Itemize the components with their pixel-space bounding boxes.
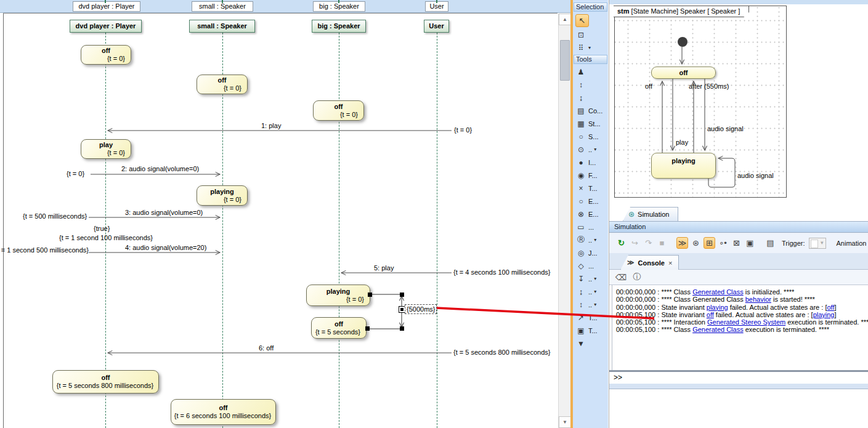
palette-item-note[interactable]: ▭... [573, 220, 608, 233]
palette-item-decision[interactable]: ◇... [573, 259, 608, 272]
lifeline-head-big-speaker[interactable]: big : Speaker [312, 20, 366, 33]
palette-item-grid[interactable]: ⠿▾ [573, 41, 608, 54]
console-link[interactable]: Generated Class [692, 288, 744, 296]
trigger-server-button[interactable]: ▤ [765, 237, 776, 249]
palette-item-folder[interactable]: ▤Co... [573, 104, 608, 117]
sequence-diagram-canvas[interactable] [0, 13, 558, 428]
palette-item-ref[interactable]: Ⓡ..▾ [573, 233, 608, 246]
lifeline-head-user[interactable]: User [424, 20, 449, 33]
scroll-up-button[interactable]: ▲ [559, 14, 571, 25]
palette-item-time[interactable]: ▣T... [573, 324, 608, 337]
tab-console[interactable]: ≫ Console × [620, 255, 679, 270]
stm-initial-state[interactable] [678, 37, 688, 47]
message-label-3[interactable]: 3: audio signal(volume=0) [125, 209, 203, 216]
close-icon[interactable]: × [668, 259, 672, 267]
palette-item-oval-arrow[interactable]: ⊙..▾ [573, 143, 608, 156]
palette-item-vcollapse[interactable]: ↨ [573, 91, 608, 104]
stm-state-playing[interactable]: playing [651, 153, 716, 179]
console-link[interactable]: Generated Class [692, 326, 744, 333]
chevron-down-icon[interactable]: ▾ [588, 45, 591, 50]
lifeline-header-tab-dvd-player[interactable]: dvd player : Player [73, 1, 140, 12]
time-constraint-5[interactable]: {t = 4 seconds 100 milliseconds} [453, 269, 550, 276]
state-invariant-off-dvd-1[interactable]: off {t = 0} [81, 45, 131, 65]
time-constraint-2[interactable]: {t = 0} [67, 170, 84, 177]
console-link[interactable]: behavior [745, 296, 771, 303]
state-invariant-off-big-1[interactable]: off {t = 0} [313, 100, 364, 121]
palette-item-exit[interactable]: ⊗E... [573, 208, 608, 220]
palette-item-initial[interactable]: ●I... [573, 156, 608, 169]
active-states-button[interactable]: ⊞ [704, 237, 715, 249]
tab-simulation[interactable]: ⊛ Simulation [623, 207, 678, 221]
state-invariant-off-dvd-2[interactable]: off {t = 5 seconds 800 milliseconds} [52, 370, 159, 394]
selection-handle[interactable] [400, 293, 404, 297]
selection-handle[interactable] [368, 293, 372, 297]
palette-item-bar-down[interactable]: ↧..▾ [573, 272, 608, 285]
stm-transition-label-audio-signal-2[interactable]: audio signal [737, 172, 774, 179]
canvas-vertical-scrollbar[interactable]: ▲ ▼ [558, 14, 570, 428]
stm-transition-label-audio-signal-1[interactable]: audio signal [707, 125, 744, 132]
terminate-button[interactable]: ■ [656, 237, 668, 249]
console-link[interactable]: playing [707, 304, 728, 311]
lifeline-big-speaker[interactable] [339, 33, 339, 428]
palette-item-join[interactable]: ◎J... [573, 246, 608, 259]
lifeline-user[interactable] [437, 33, 437, 428]
palette-item-duration2[interactable]: ↕..▾ [573, 298, 608, 311]
state-invariant-playing-big-selected[interactable]: playing {t = 0} [306, 285, 370, 306]
state-invariant-off-big-2[interactable]: off {t = 5 seconds} [311, 317, 367, 339]
options-button[interactable]: ⊛ [690, 237, 702, 249]
state-invariant-playing-small[interactable]: playing {t = 0} [197, 185, 248, 206]
lock-button[interactable]: ⊠ [731, 237, 742, 249]
console-link[interactable]: playing [813, 311, 835, 318]
stm-transition-label-off[interactable]: off [645, 83, 652, 90]
palette-item-stereo[interactable]: ▦St... [573, 117, 608, 130]
state-invariant-off-small-1[interactable]: off {t = 0} [197, 75, 248, 94]
palette-item-vspace[interactable]: ↕ [573, 78, 608, 91]
step-into-button[interactable]: ↪ [629, 237, 641, 249]
palette-item-arrow[interactable]: ↗T... [573, 311, 608, 324]
duration-constraint-label[interactable]: {5000ms} [405, 304, 437, 314]
time-constraint-6[interactable]: {t = 5 seconds 800 milliseconds} [453, 349, 550, 356]
message-label-5[interactable]: 5: play [374, 264, 394, 272]
lifeline-head-dvd-player[interactable]: dvd player : Player [70, 20, 142, 33]
console-link[interactable]: Generated Stereo System [707, 318, 785, 326]
chevron-down-icon[interactable]: ▾ [594, 289, 596, 294]
scrollbar-thumb[interactable] [560, 40, 570, 81]
stm-state-off[interactable]: off [651, 67, 716, 79]
selection-handle[interactable] [400, 326, 404, 331]
palette-item-stamp[interactable]: ♟ [573, 65, 608, 78]
palette-item-marquee[interactable]: ⊡ [573, 28, 608, 41]
palette-item-terminate[interactable]: ×T... [573, 182, 608, 195]
chevron-down-icon[interactable]: ▾ [594, 237, 596, 243]
time-constraint-3[interactable]: {t = 500 milliseconds} [23, 212, 87, 220]
run-button[interactable]: ↻ [615, 237, 627, 249]
stm-transition-label-play[interactable]: play [676, 139, 688, 146]
chevron-down-icon[interactable]: ▾ [594, 147, 596, 152]
breakpoints-button[interactable]: ∘• [717, 237, 729, 249]
clear-console-icon[interactable]: ⌫ [615, 273, 627, 282]
chevron-down-icon[interactable]: ▾ [594, 302, 596, 307]
step-over-button[interactable]: ↷ [643, 237, 654, 249]
open-window-button[interactable]: ▣ [744, 237, 756, 249]
message-label-6[interactable]: 6: off [259, 344, 274, 352]
selection-handle[interactable] [365, 326, 370, 331]
palette-item-duration1[interactable]: ↨..▾ [573, 285, 608, 298]
constraint-true[interactable]: {true} [94, 225, 110, 232]
console-link[interactable]: off [827, 304, 834, 311]
palette-item-oval[interactable]: ○S... [573, 130, 608, 143]
chevron-down-icon[interactable]: ▾ [594, 276, 596, 281]
message-label-4[interactable]: 4: audio signal(volume=20) [125, 244, 206, 251]
scroll-down-button[interactable]: ▼ [559, 416, 571, 428]
lifeline-head-small-speaker[interactable]: small : Speaker [189, 20, 255, 33]
state-invariant-off-small-2[interactable]: off {t = 6 seconds 100 milliseconds} [171, 399, 276, 425]
console-link[interactable]: off [707, 311, 714, 318]
message-label-1[interactable]: 1: play [261, 122, 281, 129]
console-toggle-button[interactable]: ≫ [676, 237, 688, 249]
message-label-2[interactable]: 2: audio signal(volume=0) [121, 165, 199, 172]
info-icon[interactable]: ⓘ [633, 272, 641, 283]
palette-item-final[interactable]: ◉F... [573, 169, 608, 182]
stm-transition-label-after[interactable]: after (550ms) [689, 83, 729, 90]
time-observation[interactable]: {t = 1 second 100 milliseconds} [59, 234, 153, 241]
palette-item-cursor[interactable]: ↖ [573, 13, 608, 28]
state-invariant-play-dvd[interactable]: play {t = 0} [81, 139, 131, 159]
time-constraint-1[interactable]: {t = 0} [454, 126, 472, 134]
